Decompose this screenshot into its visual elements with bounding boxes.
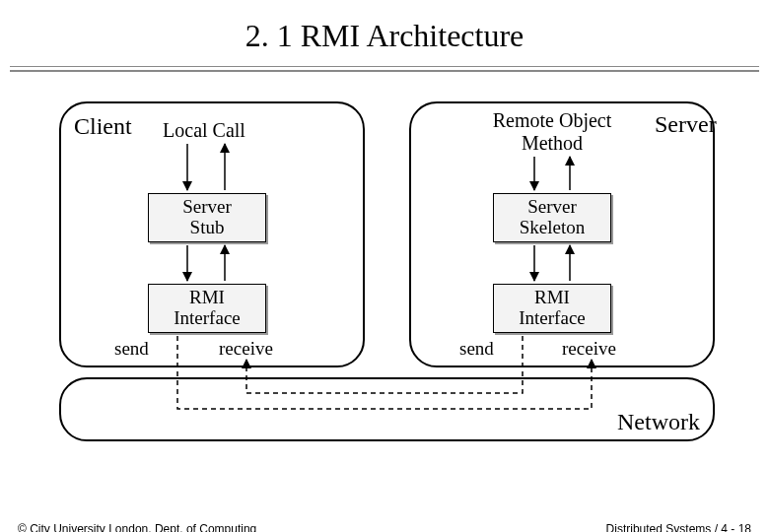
server-skeleton-box: ServerSkeleton: [493, 193, 611, 242]
page-title: 2. 1 RMI Architecture: [0, 0, 769, 66]
footer-copyright: © City University London, Dept. of Compu…: [18, 522, 256, 532]
server-skeleton-text: ServerSkeleton: [520, 197, 586, 238]
client-send-label: send: [114, 338, 149, 360]
server-receive-label: receive: [562, 338, 616, 360]
server-rmi-box: RMIInterface: [493, 284, 611, 333]
title-divider: [10, 66, 759, 72]
network-label: Network: [617, 409, 700, 435]
server-send-label: send: [459, 338, 494, 360]
client-host-label: Client: [74, 113, 132, 140]
server-stub-text: ServerStub: [182, 197, 232, 238]
local-call-label: Local Call: [155, 119, 253, 142]
server-host-label: Server: [655, 111, 717, 138]
remote-method-label: Remote ObjectMethod: [473, 109, 631, 155]
footer-page-number: Distributed Systems / 4 - 18: [606, 522, 751, 532]
server-stub-box: ServerStub: [148, 193, 266, 242]
server-rmi-text: RMIInterface: [519, 288, 586, 329]
client-receive-label: receive: [219, 338, 273, 360]
diagram-stage: Client Server Network Local Call Remote …: [10, 101, 759, 486]
client-rmi-text: RMIInterface: [174, 288, 241, 329]
client-rmi-box: RMIInterface: [148, 284, 266, 333]
